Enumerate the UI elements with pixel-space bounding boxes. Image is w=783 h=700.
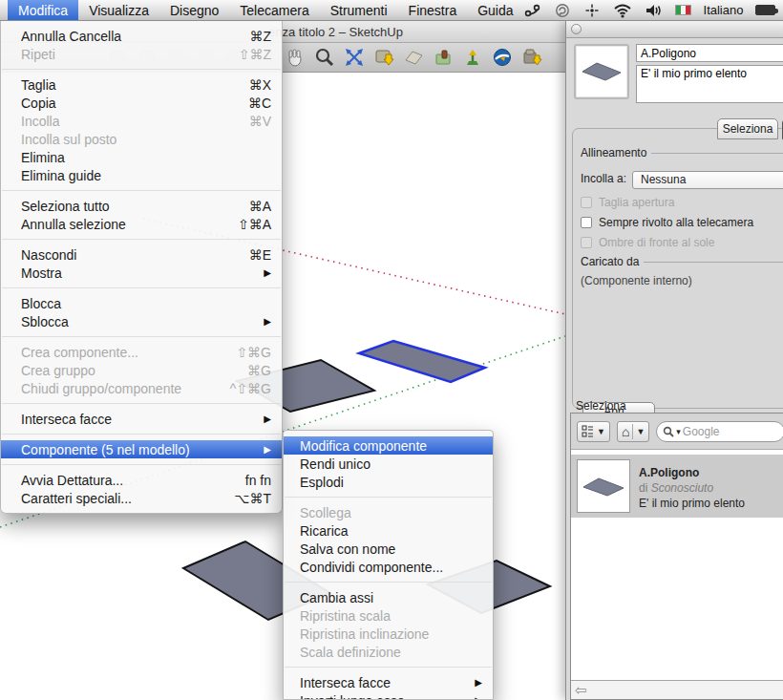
submenu-item-salva-con-nome[interactable]: Salva con nome <box>284 540 493 558</box>
menu-separator <box>2 464 281 465</box>
submenu-arrow-icon: ▶ <box>475 677 482 688</box>
menu-item-componente[interactable]: Componente (5 nel modello)▶ <box>1 440 282 458</box>
submenu-item-cambia-assi[interactable]: Cambia assi <box>284 588 493 606</box>
menu-separator <box>2 403 281 404</box>
loaded-from-value: (Componente interno) <box>581 274 783 287</box>
submenu-item-scollega[interactable]: Scollega <box>284 503 493 521</box>
submenu-item-esplodi[interactable]: Esplodi <box>284 473 493 491</box>
menu-separator <box>285 497 492 498</box>
submenu-item-rendi-unico[interactable]: Rendi unico <box>284 455 493 473</box>
submenu-item-scala-definizione[interactable]: Scala definizione <box>284 643 493 661</box>
home-button[interactable]: ⌂ ▼ <box>617 421 649 442</box>
menu-separator <box>285 667 492 668</box>
componente-submenu: Modifica componente Rendi unico Esplodi … <box>283 430 494 700</box>
menu-item-nascondi[interactable]: Nascondi⌘E <box>1 245 282 264</box>
list-view-icon <box>582 425 594 437</box>
component-item-description: E' il mio primo elento <box>639 496 745 511</box>
italian-flag-icon[interactable] <box>675 5 691 15</box>
component-list-item[interactable]: A.Poligono di Sconosciuto E' il mio prim… <box>571 455 783 518</box>
menu-item-elimina[interactable]: Elimina <box>1 148 282 166</box>
search-icon <box>663 426 674 437</box>
submenu-item-modifica-componente[interactable]: Modifica componente <box>284 436 493 455</box>
menu-item-sblocca[interactable]: Sblocca▶ <box>1 312 282 330</box>
menu-item-elimina-guide[interactable]: Elimina guide <box>1 166 282 184</box>
submenu-arrow-icon: ▶ <box>264 316 271 327</box>
checkbox-icon[interactable] <box>581 237 592 248</box>
alignment-section: Allineamento <box>581 146 783 159</box>
menu-separator <box>2 69 281 70</box>
submenu-item-ripristina-scala[interactable]: Ripristina scala <box>284 606 493 625</box>
wifi-icon[interactable] <box>613 3 632 18</box>
back-arrow-icon[interactable]: ⇦ <box>575 683 587 697</box>
menu-item-annulla-cancella[interactable]: Annulla Cancella⌘Z <box>1 27 282 45</box>
palette-titlebar[interactable] <box>566 21 783 38</box>
battery-icon[interactable] <box>755 5 775 15</box>
menubar-disegno[interactable]: Disegno <box>159 0 229 20</box>
menu-separator <box>2 336 281 337</box>
checkbox-taglia-apertura[interactable]: Taglia apertura <box>581 196 783 209</box>
menubar-telecamera[interactable]: Telecamera <box>229 0 319 20</box>
menu-item-taglia[interactable]: Taglia⌘X <box>1 75 282 94</box>
menubar-modifica[interactable]: Modifica <box>8 0 78 20</box>
checkbox-icon[interactable] <box>581 197 592 208</box>
menu-separator <box>2 434 281 435</box>
menu-item-crea-gruppo[interactable]: Crea gruppo⌘G <box>1 361 282 379</box>
close-icon[interactable] <box>571 24 582 34</box>
browser-toolbar: ▼ ⌂ ▼ ▾ <box>571 414 783 450</box>
menu-separator <box>285 582 492 583</box>
menu-separator <box>2 190 281 191</box>
menu-item-chiudi-gruppo-componente[interactable]: Chiudi gruppo/componente^⇧⌘G <box>1 379 282 397</box>
edit-menu: Annulla Cancella⌘Z Ripeti⇧⌘Z Taglia⌘X Co… <box>0 21 283 514</box>
volume-icon[interactable] <box>645 3 663 18</box>
window-title: enza titolo 2 – SketchUp <box>268 25 403 39</box>
selected-component-face[interactable] <box>359 341 485 382</box>
submenu-item-condividi-componente[interactable]: Condividi componente... <box>284 558 493 576</box>
view-mode-button[interactable]: ▼ <box>577 421 610 442</box>
submenu-item-inverti-lungo-asse[interactable]: Inverti lungo asse▶ <box>284 691 493 700</box>
menu-item-mostra[interactable]: Mostra▶ <box>1 264 282 282</box>
sync-icon[interactable] <box>554 3 571 18</box>
menu-item-caratteri-speciali[interactable]: Caratteri speciali...⌥⌘T <box>1 489 282 507</box>
submenu-item-interseca-facce[interactable]: Interseca facce▶ <box>284 673 493 691</box>
menu-item-seleziona-tutto[interactable]: Seleziona tutto⌘A <box>1 197 282 215</box>
menu-item-interseca-facce[interactable]: Interseca facce▶ <box>1 410 282 428</box>
call-icon[interactable] <box>524 3 541 18</box>
menu-item-incolla-sul-posto[interactable]: Incolla sul posto <box>1 130 282 148</box>
search-input[interactable] <box>683 425 778 438</box>
chevron-down-icon: ▼ <box>597 427 605 436</box>
glue-to-select[interactable]: Nessuna <box>632 171 783 189</box>
input-language-label[interactable]: Italiano <box>704 3 744 17</box>
checkbox-sempre-rivolto[interactable]: Sempre rivolto alla telecamera <box>581 216 783 229</box>
submenu-item-ricarica[interactable]: Ricarica <box>284 521 493 540</box>
submenu-arrow-icon: ▶ <box>264 267 271 278</box>
component-description-field[interactable]: E' il mio primo elento <box>636 65 783 103</box>
browser-section-label: Seleziona <box>576 399 626 413</box>
search-scope-caret-icon: ▾ <box>676 427 681 436</box>
checkbox-icon[interactable] <box>581 217 592 228</box>
menu-item-annulla-selezione[interactable]: Annulla selezione⇧⌘A <box>1 215 282 233</box>
menu-item-copia[interactable]: Copia⌘C <box>1 94 282 112</box>
menu-item-blocca[interactable]: Blocca <box>1 294 282 312</box>
component-item-thumbnail <box>577 459 630 513</box>
menu-item-crea-componente[interactable]: Crea componente...⇧⌘G <box>1 343 282 361</box>
menu-separator <box>2 287 281 288</box>
menu-item-ripeti[interactable]: Ripeti⇧⌘Z <box>1 45 282 63</box>
tab-seleziona[interactable]: Seleziona <box>717 118 778 139</box>
menubar-visualizza[interactable]: Visualizza <box>78 0 159 20</box>
menu-item-incolla[interactable]: Incolla⌘V <box>1 112 282 130</box>
chevron-down-icon: ▼ <box>636 427 645 436</box>
submenu-item-ripristina-inclinazione[interactable]: Ripristina inclinazione <box>284 625 493 643</box>
menubar-guida[interactable]: Guida <box>467 0 523 20</box>
home-icon: ⌂ <box>622 425 629 438</box>
menubar-strumenti[interactable]: Strumenti <box>320 0 398 20</box>
loaded-from-section: Caricato da <box>581 255 783 268</box>
submenu-arrow-icon: ▶ <box>264 444 271 455</box>
checkbox-ombre-di-fronte[interactable]: Ombre di fronte al sole <box>581 236 783 249</box>
menu-item-avvia-dettatura[interactable]: Avvia Dettatura...fn fn <box>1 471 282 489</box>
move-icon[interactable] <box>583 3 601 18</box>
component-inspector-palette: E' il mio primo elento Seleziona Allinea… <box>565 21 783 700</box>
search-field[interactable]: ▾ <box>656 421 783 442</box>
component-name-field[interactable] <box>636 44 783 62</box>
menubar-finestra[interactable]: Finestra <box>398 0 468 20</box>
alignment-group: Allineamento Incolla a: Nessuna Taglia a… <box>572 128 783 409</box>
